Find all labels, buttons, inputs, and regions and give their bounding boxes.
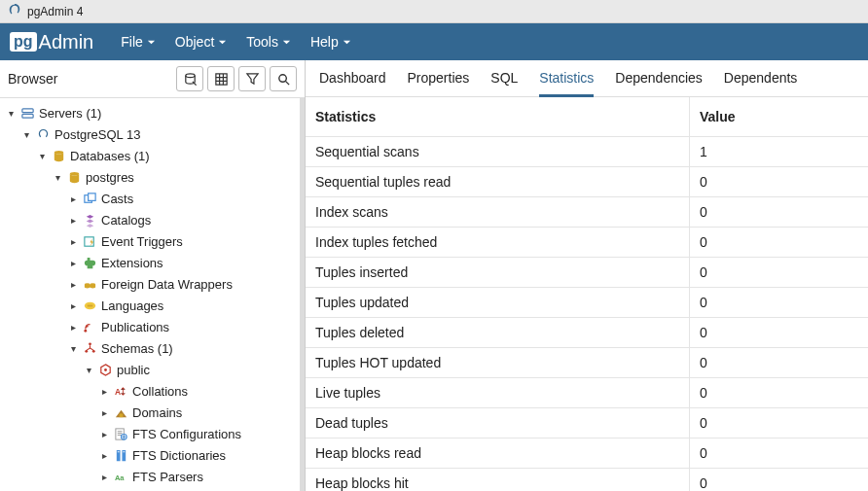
expand-icon[interactable]: ▸ xyxy=(66,300,80,311)
stats-row[interactable]: Index scans0 xyxy=(306,197,868,228)
svg-point-13 xyxy=(84,329,87,332)
expand-icon[interactable]: ▸ xyxy=(97,450,111,461)
stats-cell-name: Sequential tuples read xyxy=(306,167,690,196)
stats-header-value[interactable]: Value xyxy=(690,97,868,136)
stats-row[interactable]: Live tuples0 xyxy=(306,378,868,408)
extension-icon xyxy=(82,255,97,270)
stats-row[interactable]: Tuples inserted0 xyxy=(306,258,868,288)
stats-cell-name: Tuples updated xyxy=(306,288,690,317)
publication-icon xyxy=(82,319,97,334)
stats-row[interactable]: Heap blocks read0 xyxy=(306,438,868,469)
tree-fdw[interactable]: ▸Foreign Data Wrappers xyxy=(4,273,300,295)
tree-catalogs[interactable]: ▸Catalogs xyxy=(4,209,300,230)
tree-fts-dict[interactable]: ▸FTS Dictionaries xyxy=(4,444,300,466)
stats-row[interactable]: Heap blocks hit0 xyxy=(306,469,868,491)
stats-cell-name: Tuples HOT updated xyxy=(306,348,690,377)
menu-help[interactable]: Help xyxy=(301,34,361,50)
tree-publications[interactable]: ▸Publications xyxy=(4,316,300,337)
stats-row[interactable]: Dead tuples0 xyxy=(306,408,868,438)
view-data-button[interactable] xyxy=(207,66,235,91)
expand-icon[interactable]: ▸ xyxy=(66,215,80,226)
fts-parser-icon: Aa xyxy=(113,469,128,484)
window-title: pgAdmin 4 xyxy=(27,5,83,18)
expand-icon[interactable]: ▸ xyxy=(66,279,80,290)
search-button[interactable] xyxy=(270,66,297,91)
menu-tools[interactable]: Tools xyxy=(236,34,301,50)
fts-dict-icon xyxy=(113,447,128,463)
logo-admin: Admin xyxy=(39,31,94,53)
database-icon xyxy=(66,169,82,185)
expand-icon[interactable]: ▸ xyxy=(97,386,111,397)
tree-postgres[interactable]: ▾postgres xyxy=(4,166,300,188)
fts-config-icon xyxy=(113,426,128,441)
stats-row[interactable]: Sequential tuples read0 xyxy=(306,167,868,197)
svg-point-2 xyxy=(278,74,286,82)
language-icon xyxy=(82,298,97,313)
collapse-icon[interactable]: ▾ xyxy=(35,151,49,161)
tab-statistics[interactable]: Statistics xyxy=(539,70,594,97)
collapse-icon[interactable]: ▾ xyxy=(51,172,64,183)
stats-cell-value: 0 xyxy=(690,318,868,347)
tree-databases[interactable]: ▾Databases (1) xyxy=(4,145,300,166)
stats-header-name[interactable]: Statistics xyxy=(306,97,690,136)
tree-fts-parsers[interactable]: ▸AaFTS Parsers xyxy=(4,466,300,487)
tree-extensions[interactable]: ▸Extensions xyxy=(4,252,300,273)
tree-fts-config[interactable]: ▸FTS Configurations xyxy=(4,423,300,444)
tree-pg13[interactable]: ▾PostgreSQL 13 xyxy=(4,123,300,145)
stats-row[interactable]: Index tuples fetched0 xyxy=(306,228,868,258)
tree-servers[interactable]: ▾Servers (1) xyxy=(4,102,300,123)
stats-cell-value: 0 xyxy=(690,469,868,491)
stats-cell-value: 0 xyxy=(690,228,868,257)
stats-cell-name: Live tuples xyxy=(306,378,690,407)
stats-row[interactable]: Tuples updated0 xyxy=(306,288,868,318)
stats-row[interactable]: Tuples deleted0 xyxy=(306,318,868,348)
tree-public[interactable]: ▾public xyxy=(4,359,300,380)
tab-dependencies[interactable]: Dependencies xyxy=(615,70,703,96)
svg-point-6 xyxy=(69,171,78,175)
expand-icon[interactable]: ▸ xyxy=(66,322,80,333)
stats-cell-name: Sequential scans xyxy=(306,137,690,166)
expand-icon[interactable]: ▸ xyxy=(97,407,111,418)
server-group-icon xyxy=(19,105,35,121)
stats-cell-name: Index tuples fetched xyxy=(306,228,690,257)
query-tool-button[interactable] xyxy=(176,66,203,91)
tab-sql[interactable]: SQL xyxy=(490,70,518,96)
expand-icon[interactable]: ▸ xyxy=(97,429,111,439)
svg-rect-8 xyxy=(88,193,95,200)
sidebar: Browser ▾Servers (1) ▾PostgreSQL 13 ▾Dat… xyxy=(0,60,306,491)
window-titlebar: pgAdmin 4 xyxy=(0,0,868,23)
stats-row[interactable]: Sequential scans1 xyxy=(306,137,868,167)
svg-rect-19 xyxy=(119,413,123,417)
expand-icon[interactable]: ▸ xyxy=(66,258,80,268)
tab-dashboard[interactable]: Dashboard xyxy=(319,70,386,96)
expand-icon[interactable]: ▸ xyxy=(97,472,111,482)
collapse-icon[interactable]: ▾ xyxy=(66,343,80,354)
stats-cell-name: Tuples deleted xyxy=(306,318,690,347)
collapse-icon[interactable]: ▾ xyxy=(4,108,18,119)
menu-object[interactable]: Object xyxy=(165,34,236,50)
tab-dependents[interactable]: Dependents xyxy=(724,70,798,96)
tree-domains[interactable]: ▸Domains xyxy=(4,402,300,423)
menubar: pgAdmin File Object Tools Help xyxy=(0,23,868,60)
stats-cell-value: 1 xyxy=(690,137,868,166)
svg-point-5 xyxy=(54,150,62,154)
sidebar-title: Browser xyxy=(8,71,57,87)
tree-collations[interactable]: ▸ACollations xyxy=(4,380,300,402)
tree-fts-templates[interactable]: ▸FTS Templates xyxy=(4,487,300,491)
collapse-icon[interactable]: ▾ xyxy=(19,129,33,140)
collapse-icon[interactable]: ▾ xyxy=(82,365,95,375)
tree-schemas[interactable]: ▾Schemas (1) xyxy=(4,337,300,359)
tree-languages[interactable]: ▸Languages xyxy=(4,295,300,316)
stats-row[interactable]: Tuples HOT updated0 xyxy=(306,348,868,378)
stats-cell-name: Dead tuples xyxy=(306,408,690,438)
filter-button[interactable] xyxy=(238,66,266,91)
tab-properties[interactable]: Properties xyxy=(408,70,470,96)
expand-icon[interactable]: ▸ xyxy=(66,193,80,204)
expand-icon[interactable]: ▸ xyxy=(66,236,80,247)
stats-table: Statistics Value Sequential scans1Sequen… xyxy=(306,97,868,491)
menu-file[interactable]: File xyxy=(111,34,165,50)
fdw-icon xyxy=(82,276,97,292)
elephant-icon xyxy=(35,126,51,142)
tree-event-triggers[interactable]: ▸Event Triggers xyxy=(4,230,300,252)
tree-casts[interactable]: ▸Casts xyxy=(4,188,300,209)
